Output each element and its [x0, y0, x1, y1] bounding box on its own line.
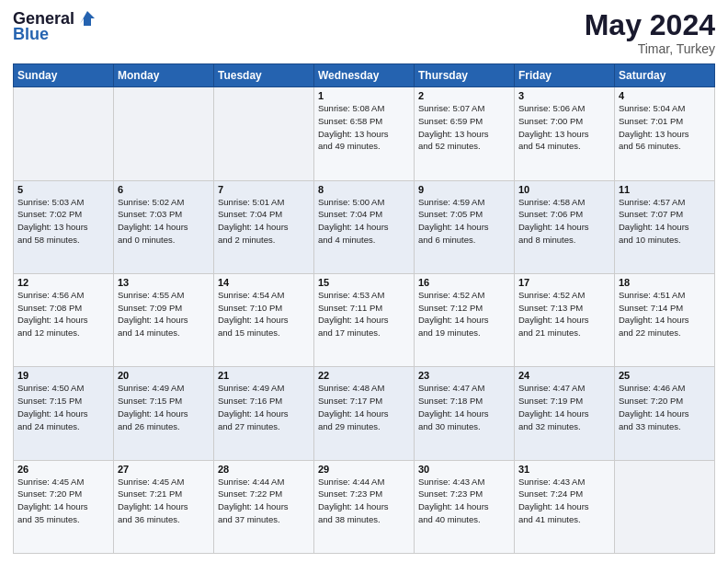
day-info: Sunrise: 5:03 AMSunset: 7:02 PMDaylight:…	[17, 196, 109, 247]
calendar-cell: 1Sunrise: 5:08 AMSunset: 6:58 PMDaylight…	[314, 87, 415, 180]
calendar-table: SundayMondayTuesdayWednesdayThursdayFrid…	[13, 63, 715, 554]
calendar-cell: 18Sunrise: 4:51 AMSunset: 7:14 PMDayligh…	[615, 273, 715, 366]
day-info: Sunrise: 5:04 AMSunset: 7:01 PMDaylight:…	[619, 102, 711, 153]
day-info: Sunrise: 4:49 AMSunset: 7:15 PMDaylight:…	[118, 382, 210, 432]
day-info: Sunrise: 4:54 AMSunset: 7:10 PMDaylight:…	[218, 289, 310, 339]
day-info: Sunrise: 4:51 AMSunset: 7:14 PMDaylight:…	[619, 289, 711, 339]
calendar-cell: 17Sunrise: 4:52 AMSunset: 7:13 PMDayligh…	[515, 273, 615, 366]
calendar-cell: 10Sunrise: 4:58 AMSunset: 7:06 PMDayligh…	[515, 180, 615, 273]
calendar-cell: 23Sunrise: 4:47 AMSunset: 7:18 PMDayligh…	[415, 367, 515, 460]
day-info: Sunrise: 4:52 AMSunset: 7:12 PMDaylight:…	[418, 289, 510, 339]
day-number: 15	[318, 277, 410, 288]
day-header-tuesday: Tuesday	[214, 64, 314, 87]
calendar-cell: 22Sunrise: 4:48 AMSunset: 7:17 PMDayligh…	[314, 367, 415, 460]
calendar-cell: 9Sunrise: 4:59 AMSunset: 7:05 PMDaylight…	[415, 180, 515, 273]
calendar-cell	[114, 87, 214, 180]
day-info: Sunrise: 5:00 AMSunset: 7:04 PMDaylight:…	[318, 196, 410, 247]
week-row-1: 1Sunrise: 5:08 AMSunset: 6:58 PMDaylight…	[14, 87, 715, 180]
day-info: Sunrise: 4:50 AMSunset: 7:15 PMDaylight:…	[17, 382, 109, 432]
day-number: 23	[418, 370, 510, 381]
day-info: Sunrise: 4:59 AMSunset: 7:05 PMDaylight:…	[418, 196, 510, 247]
day-info: Sunrise: 4:55 AMSunset: 7:09 PMDaylight:…	[118, 289, 210, 339]
week-row-5: 26Sunrise: 4:45 AMSunset: 7:20 PMDayligh…	[14, 460, 715, 553]
calendar-cell: 4Sunrise: 5:04 AMSunset: 7:01 PMDaylight…	[615, 87, 715, 180]
day-number: 7	[218, 184, 310, 195]
day-number: 26	[17, 464, 109, 475]
logo-blue: Blue	[13, 25, 98, 44]
day-info: Sunrise: 4:46 AMSunset: 7:20 PMDaylight:…	[619, 382, 711, 432]
calendar-cell: 19Sunrise: 4:50 AMSunset: 7:15 PMDayligh…	[14, 367, 114, 460]
calendar-cell: 3Sunrise: 5:06 AMSunset: 7:00 PMDaylight…	[515, 87, 615, 180]
calendar-cell: 21Sunrise: 4:49 AMSunset: 7:16 PMDayligh…	[214, 367, 314, 460]
day-info: Sunrise: 4:48 AMSunset: 7:17 PMDaylight:…	[318, 382, 410, 432]
day-number: 17	[518, 277, 610, 288]
day-header-thursday: Thursday	[415, 64, 515, 87]
calendar-header-row: SundayMondayTuesdayWednesdayThursdayFrid…	[14, 64, 715, 87]
day-info: Sunrise: 5:01 AMSunset: 7:04 PMDaylight:…	[218, 196, 310, 247]
week-row-3: 12Sunrise: 4:56 AMSunset: 7:08 PMDayligh…	[14, 273, 715, 366]
day-header-monday: Monday	[114, 64, 214, 87]
calendar-cell: 2Sunrise: 5:07 AMSunset: 6:59 PMDaylight…	[415, 87, 515, 180]
day-info: Sunrise: 4:49 AMSunset: 7:16 PMDaylight:…	[218, 382, 310, 432]
day-info: Sunrise: 4:44 AMSunset: 7:22 PMDaylight:…	[218, 476, 310, 526]
day-info: Sunrise: 4:58 AMSunset: 7:06 PMDaylight:…	[518, 196, 610, 247]
calendar-cell: 14Sunrise: 4:54 AMSunset: 7:10 PMDayligh…	[214, 273, 314, 366]
day-number: 1	[318, 90, 410, 101]
calendar-cell: 16Sunrise: 4:52 AMSunset: 7:12 PMDayligh…	[415, 273, 515, 366]
day-header-saturday: Saturday	[615, 64, 715, 87]
calendar-cell: 5Sunrise: 5:03 AMSunset: 7:02 PMDaylight…	[14, 180, 114, 273]
day-info: Sunrise: 4:45 AMSunset: 7:20 PMDaylight:…	[17, 476, 109, 526]
title-block: May 2024 Timar, Turkey	[585, 9, 715, 56]
day-number: 21	[218, 370, 310, 381]
day-info: Sunrise: 4:43 AMSunset: 7:24 PMDaylight:…	[518, 476, 610, 526]
day-header-friday: Friday	[515, 64, 615, 87]
day-info: Sunrise: 4:47 AMSunset: 7:18 PMDaylight:…	[418, 382, 510, 432]
calendar-cell: 12Sunrise: 4:56 AMSunset: 7:08 PMDayligh…	[14, 273, 114, 366]
day-info: Sunrise: 4:47 AMSunset: 7:19 PMDaylight:…	[518, 382, 610, 432]
day-number: 29	[318, 464, 410, 475]
calendar-cell	[615, 460, 715, 553]
calendar-cell: 7Sunrise: 5:01 AMSunset: 7:04 PMDaylight…	[214, 180, 314, 273]
day-number: 11	[619, 184, 711, 195]
day-info: Sunrise: 4:43 AMSunset: 7:23 PMDaylight:…	[418, 476, 510, 526]
calendar-cell: 30Sunrise: 4:43 AMSunset: 7:23 PMDayligh…	[415, 460, 515, 553]
calendar-cell: 25Sunrise: 4:46 AMSunset: 7:20 PMDayligh…	[615, 367, 715, 460]
calendar-cell: 24Sunrise: 4:47 AMSunset: 7:19 PMDayligh…	[515, 367, 615, 460]
day-number: 31	[518, 464, 610, 475]
day-info: Sunrise: 4:53 AMSunset: 7:11 PMDaylight:…	[318, 289, 410, 339]
day-number: 27	[118, 464, 210, 475]
calendar-cell: 26Sunrise: 4:45 AMSunset: 7:20 PMDayligh…	[14, 460, 114, 553]
logo: General Blue	[13, 9, 98, 43]
day-number: 2	[418, 90, 510, 101]
day-info: Sunrise: 5:02 AMSunset: 7:03 PMDaylight:…	[118, 196, 210, 247]
day-number: 13	[118, 277, 210, 288]
day-number: 8	[318, 184, 410, 195]
week-row-4: 19Sunrise: 4:50 AMSunset: 7:15 PMDayligh…	[14, 367, 715, 460]
day-info: Sunrise: 5:07 AMSunset: 6:59 PMDaylight:…	[418, 102, 510, 153]
day-number: 9	[418, 184, 510, 195]
week-row-2: 5Sunrise: 5:03 AMSunset: 7:02 PMDaylight…	[14, 180, 715, 273]
day-header-sunday: Sunday	[14, 64, 114, 87]
calendar-cell: 6Sunrise: 5:02 AMSunset: 7:03 PMDaylight…	[114, 180, 214, 273]
day-info: Sunrise: 4:44 AMSunset: 7:23 PMDaylight:…	[318, 476, 410, 526]
calendar-cell: 31Sunrise: 4:43 AMSunset: 7:24 PMDayligh…	[515, 460, 615, 553]
day-info: Sunrise: 4:57 AMSunset: 7:07 PMDaylight:…	[619, 196, 711, 247]
day-info: Sunrise: 5:08 AMSunset: 6:58 PMDaylight:…	[318, 102, 410, 153]
day-number: 30	[418, 464, 510, 475]
day-info: Sunrise: 5:06 AMSunset: 7:00 PMDaylight:…	[518, 102, 610, 153]
calendar-cell	[14, 87, 114, 180]
day-number: 19	[17, 370, 109, 381]
calendar-cell: 15Sunrise: 4:53 AMSunset: 7:11 PMDayligh…	[314, 273, 415, 366]
day-number: 25	[619, 370, 711, 381]
day-number: 18	[619, 277, 711, 288]
main-title: May 2024	[585, 9, 715, 41]
day-number: 12	[17, 277, 109, 288]
day-info: Sunrise: 4:52 AMSunset: 7:13 PMDaylight:…	[518, 289, 610, 339]
subtitle: Timar, Turkey	[585, 41, 715, 56]
calendar-cell: 8Sunrise: 5:00 AMSunset: 7:04 PMDaylight…	[314, 180, 415, 273]
calendar-cell: 11Sunrise: 4:57 AMSunset: 7:07 PMDayligh…	[615, 180, 715, 273]
day-header-wednesday: Wednesday	[314, 64, 415, 87]
calendar-cell: 20Sunrise: 4:49 AMSunset: 7:15 PMDayligh…	[114, 367, 214, 460]
day-number: 22	[318, 370, 410, 381]
calendar-cell	[214, 87, 314, 180]
